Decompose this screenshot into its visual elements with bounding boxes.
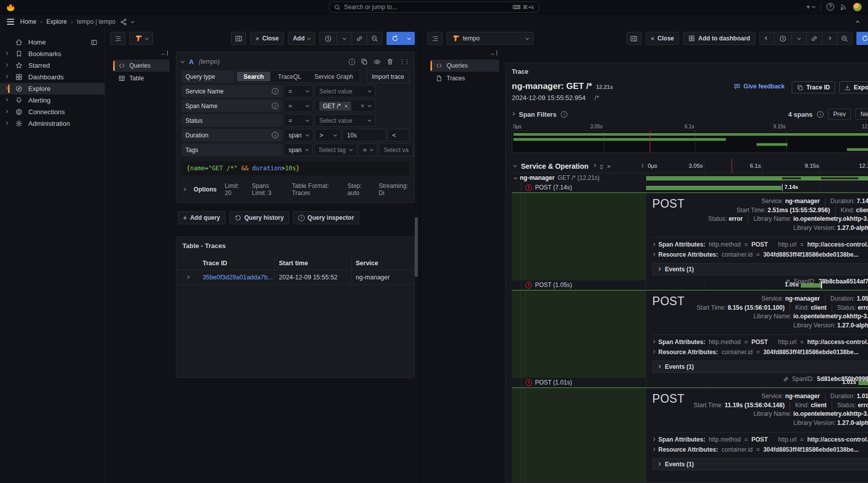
chevron-right-icon[interactable]	[511, 112, 515, 115]
add-button[interactable]: Add	[288, 32, 315, 45]
link-icon[interactable]	[352, 32, 367, 45]
minimap-canvas[interactable]	[512, 131, 868, 153]
outline-toggle-button[interactable]	[110, 32, 125, 45]
tab-traceql[interactable]: TraceQL	[271, 71, 308, 82]
collapse-all-icon[interactable]	[600, 164, 603, 169]
info-icon[interactable]	[272, 103, 278, 109]
span-attributes-row[interactable]: Span Attributes: http.method=POST http.u…	[652, 239, 868, 250]
collapse-one-icon[interactable]	[513, 164, 517, 167]
chevron-right-icon[interactable]	[5, 121, 8, 125]
column-trace-id[interactable]: Trace ID	[199, 260, 274, 267]
chevron-right-icon[interactable]	[5, 52, 8, 55]
collapse-rail-icon[interactable]	[490, 51, 497, 56]
chevron-right-icon[interactable]	[652, 437, 655, 441]
service-name-value[interactable]: Select value	[315, 85, 375, 98]
duration-min-input[interactable]: 10s	[343, 129, 387, 141]
options-row[interactable]: Options Limit: 20 Spans Limit: 3 Table F…	[181, 182, 409, 197]
rail-item-queries[interactable]: Queries	[113, 60, 170, 72]
column-start-time[interactable]: Start time	[274, 257, 351, 270]
rail-item-queries[interactable]: Queries	[430, 60, 499, 72]
next-button[interactable]: Next	[855, 109, 868, 120]
split-pane-button[interactable]	[626, 32, 642, 45]
span-name-value[interactable]: GET /*× ×	[315, 100, 375, 112]
add-to-dashboard-button[interactable]: Add to dashboard	[683, 32, 755, 45]
status-operator[interactable]: =	[284, 114, 313, 127]
chevron-right-icon[interactable]	[5, 75, 8, 78]
events-row[interactable]: Events (1)	[652, 263, 868, 275]
rail-item-table[interactable]: Table	[113, 72, 170, 84]
info-icon[interactable]	[561, 111, 567, 118]
expand-row-icon[interactable]	[176, 277, 199, 278]
column-resize-handle[interactable]: ‖	[642, 163, 646, 169]
resource-attributes-row[interactable]: Resource Attributes: container.id=304fd8…	[652, 445, 868, 455]
span-row-root[interactable]: ng-manager GET /* (12.21s)	[512, 173, 868, 183]
chevron-right-icon[interactable]	[183, 187, 186, 191]
resource-attributes-row[interactable]: Resource Attributes: container.id=304fd8…	[652, 250, 868, 260]
remove-chip-icon[interactable]: ×	[345, 103, 348, 109]
collapse-rail-icon[interactable]	[161, 51, 168, 56]
delete-query-icon[interactable]	[387, 58, 394, 65]
duration-operator[interactable]: >	[315, 129, 341, 141]
events-row[interactable]: Events (1)	[652, 458, 868, 470]
breadcrumb-explore[interactable]: Explore	[46, 18, 67, 25]
time-picker-dropdown[interactable]	[792, 32, 807, 45]
collapse-query-icon[interactable]	[181, 59, 184, 63]
close-pane-button[interactable]: ×Close	[250, 32, 283, 45]
span-name-operator[interactable]: =	[284, 100, 313, 112]
column-service[interactable]: Service	[351, 257, 414, 270]
tags-value[interactable]: Select va	[379, 143, 413, 156]
prev-button[interactable]: Prev	[828, 109, 851, 120]
query-inspector-button[interactable]: Query inspector	[293, 211, 359, 224]
chevron-down-icon[interactable]	[131, 19, 134, 23]
time-picker-dropdown[interactable]	[337, 32, 352, 45]
chevron-right-icon[interactable]	[652, 447, 655, 451]
chevron-right-icon[interactable]	[657, 462, 661, 465]
chevron-right-icon[interactable]	[652, 242, 655, 246]
tags-tag-select[interactable]: Select tag	[314, 143, 357, 156]
chevron-right-icon[interactable]	[652, 252, 655, 256]
dock-menu-icon[interactable]	[90, 39, 98, 46]
help-icon[interactable]	[827, 3, 834, 11]
span-row[interactable]: POST (1.05s) 1.05s	[512, 280, 868, 290]
sidebar-item-bookmarks[interactable]: Bookmarks	[0, 48, 105, 60]
chevron-right-icon[interactable]	[652, 350, 655, 353]
sidebar-item-home[interactable]: Home	[0, 36, 105, 48]
tags-operator[interactable]: =	[358, 143, 377, 156]
events-row[interactable]: Events (1)	[652, 361, 868, 373]
zoom-out-icon[interactable]	[367, 32, 382, 45]
run-query-button[interactable]	[387, 32, 404, 45]
zoom-out-icon[interactable]	[837, 32, 852, 45]
info-icon[interactable]	[817, 111, 824, 118]
run-query-dropdown[interactable]	[404, 32, 415, 45]
export-button[interactable]: Export	[839, 81, 868, 93]
info-icon[interactable]	[272, 88, 278, 94]
sidebar-item-dashboards[interactable]: Dashboards	[0, 71, 105, 83]
chevron-right-icon[interactable]	[5, 98, 8, 102]
tab-search[interactable]: Search	[237, 72, 270, 81]
breadcrumb-home[interactable]: Home	[20, 18, 36, 25]
time-picker-button[interactable]	[319, 32, 337, 45]
import-trace-button[interactable]: Import trace	[367, 70, 409, 83]
table-row[interactable]: 35be0f3d29a01adda7b... 2024-12-09 15:55:…	[176, 270, 414, 285]
share-icon[interactable]	[120, 18, 127, 26]
sidebar-item-starred[interactable]: Starred	[0, 60, 105, 71]
user-avatar[interactable]	[853, 3, 862, 12]
span-attributes-row[interactable]: Span Attributes: http.method=POST http.u…	[652, 337, 868, 347]
span-row[interactable]: POST (7.14s) 7.14s	[512, 183, 868, 192]
chevron-right-icon[interactable]	[5, 86, 8, 90]
expand-one-icon[interactable]	[593, 164, 596, 167]
span-row[interactable]: POST (1.01s) 1.01s	[512, 378, 868, 388]
trace-id-button[interactable]: Trace ID	[792, 81, 835, 93]
trace-id-link[interactable]: 35be0f3d29a01adda7b...	[199, 274, 274, 281]
sidebar-item-connections[interactable]: Connections	[0, 106, 105, 118]
chevron-right-icon[interactable]	[5, 63, 8, 67]
query-history-button[interactable]: Query history	[229, 211, 289, 224]
sidebar-item-alerting[interactable]: Alerting	[0, 94, 105, 106]
hide-query-icon[interactable]	[373, 58, 381, 66]
news-icon[interactable]	[840, 3, 847, 11]
duplicate-query-icon[interactable]	[361, 58, 368, 65]
left-pane-scrollbar[interactable]	[415, 217, 418, 277]
chevron-right-icon[interactable]	[657, 267, 661, 270]
trace-minimap[interactable]: 0μs 3.05s 6.1s 9.15s 12.21s	[512, 124, 868, 153]
global-search[interactable]: ⌨⌘+k	[329, 2, 539, 13]
